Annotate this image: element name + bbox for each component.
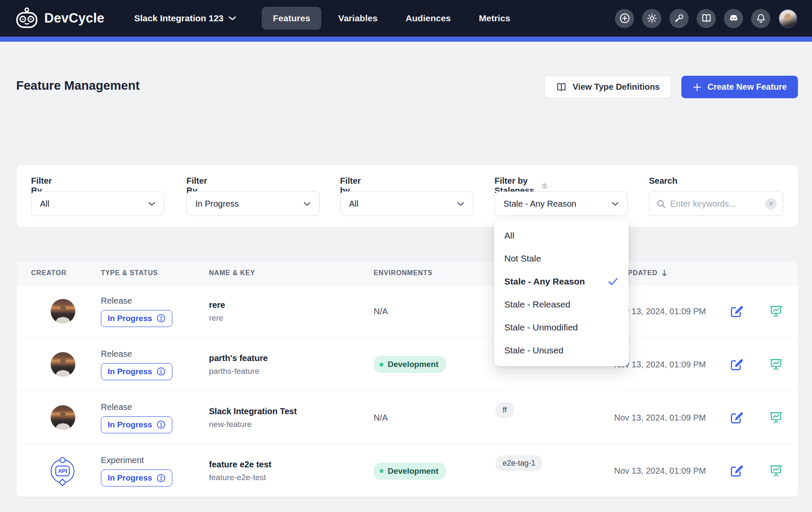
brand-name: DevCycle	[44, 11, 104, 26]
actions-cell	[724, 304, 798, 319]
feature-metrics-button[interactable]	[769, 464, 783, 478]
feature-name: feature e2e test	[209, 460, 374, 469]
edit-pencil-icon	[729, 410, 744, 425]
type-status-cell: Experiment In Progress	[101, 455, 209, 486]
staleness-option-stale-unused[interactable]: Stale - Unused	[494, 339, 629, 362]
divider	[12, 111, 800, 111]
creator-cell	[31, 405, 101, 430]
book-icon	[701, 13, 712, 24]
tab-variables[interactable]: Variables	[327, 7, 389, 30]
environments-cell: Development	[374, 356, 495, 373]
settings-button[interactable]	[642, 9, 661, 28]
environment-dot	[380, 469, 383, 473]
updated-cell: Nov 13, 2024, 01:09 PM	[614, 307, 724, 316]
search-label: Search	[649, 176, 678, 186]
type-status-cell: Release In Progress	[101, 349, 209, 380]
view-type-definitions-button[interactable]: View Type Definitions	[544, 76, 671, 98]
filter-creator-value: All	[40, 199, 49, 209]
top-navbar: DevCycle Slack Integration 123 Features …	[0, 0, 812, 37]
edit-feature-button[interactable]	[729, 304, 744, 319]
updated-value: Nov 13, 2024, 01:09 PM	[614, 413, 706, 422]
edit-feature-button[interactable]	[729, 464, 744, 478]
feature-name: rere	[209, 300, 374, 310]
devcycle-logo[interactable]: DevCycle	[14, 7, 104, 29]
edit-feature-button[interactable]	[729, 410, 744, 425]
status-badge: In Progress	[101, 469, 172, 486]
filter-type-select[interactable]: All	[340, 191, 473, 216]
create-new-feature-button[interactable]: Create New Feature	[681, 76, 798, 98]
feature-metrics-button[interactable]	[769, 410, 783, 425]
add-circle-button[interactable]	[615, 9, 634, 28]
feature-name: Slack Integration Test	[209, 407, 374, 416]
environment-value: N/A	[374, 413, 388, 422]
chevron-down-icon	[612, 202, 619, 206]
updated-cell: Nov 13, 2024, 01:09 PM	[614, 466, 724, 476]
staleness-option-stale-unmodified[interactable]: Stale - Unmodified	[494, 316, 629, 339]
search-input[interactable]	[670, 199, 761, 209]
feature-key: parths-feature	[209, 367, 374, 376]
chevron-down-icon	[457, 202, 464, 206]
chevron-down-icon	[303, 202, 311, 206]
tab-features[interactable]: Features	[262, 7, 321, 30]
feature-key: feature-e2e-test	[209, 473, 374, 482]
key-icon	[674, 13, 685, 24]
feature-type: Release	[101, 296, 209, 306]
staleness-dropdown-menu: All Not Stale Stale - Any Reason Stale -…	[494, 220, 629, 366]
search-box: ✕	[649, 191, 783, 216]
creator-avatar	[51, 405, 75, 430]
staleness-option-all[interactable]: All	[494, 224, 629, 247]
creator-avatar	[51, 299, 75, 324]
docs-button[interactable]	[697, 9, 716, 28]
table-row[interactable]: Release In Progress rere rere N/A Nov 13…	[17, 285, 798, 338]
filter-status-value: In Progress	[195, 199, 239, 209]
actions-cell	[724, 410, 798, 425]
table-row[interactable]: API Experiment In Progress feature e2e t…	[17, 444, 798, 497]
presentation-chart-icon	[769, 304, 783, 319]
feature-type: Release	[101, 402, 209, 412]
table-row[interactable]: Release In Progress parth's feature part…	[17, 338, 798, 391]
api-keys-button[interactable]	[669, 9, 689, 28]
header-updated[interactable]: UPDATED	[614, 269, 724, 277]
option-label: Not Stale	[504, 253, 541, 264]
tab-audiences[interactable]: Audiences	[395, 7, 462, 30]
discord-icon	[728, 12, 740, 24]
alert-circle-icon	[157, 420, 166, 429]
nav-actions	[615, 9, 798, 28]
features-table: CREATOR TYPE & STATUS NAME & KEY ENVIRON…	[16, 261, 798, 497]
name-key-cell: feature e2e test feature-e2e-test	[209, 460, 374, 482]
option-label: Stale - Any Reason	[504, 276, 585, 287]
option-label: Stale - Unmodified	[504, 322, 578, 333]
info-icon[interactable]	[542, 182, 547, 191]
discord-button[interactable]	[724, 9, 743, 28]
environment-value: N/A	[374, 307, 388, 316]
creator-cell	[31, 299, 101, 324]
table-row[interactable]: Release In Progress Slack Integration Te…	[17, 391, 798, 444]
header-environments: ENVIRONMENTS	[374, 269, 495, 277]
accent-stripe	[0, 37, 812, 42]
edit-feature-button[interactable]	[729, 357, 744, 372]
staleness-option-stale-any-reason[interactable]: Stale - Any Reason	[494, 270, 629, 293]
filter-staleness-select[interactable]: Stale - Any Reason	[495, 191, 628, 216]
plus-icon	[692, 82, 702, 92]
environment-value: Development	[388, 360, 438, 369]
bell-icon	[755, 13, 766, 24]
option-label: Stale - Released	[504, 299, 570, 310]
header-creator: CREATOR	[31, 269, 101, 277]
creator-cell	[31, 352, 101, 377]
notifications-button[interactable]	[751, 9, 770, 28]
header-type-status: TYPE & STATUS	[101, 269, 209, 277]
feature-metrics-button[interactable]	[769, 304, 783, 319]
feature-metrics-button[interactable]	[769, 357, 783, 372]
environment-badge: Development	[374, 356, 446, 373]
tab-metrics[interactable]: Metrics	[468, 7, 521, 30]
filter-status-select[interactable]: In Progress	[186, 191, 320, 216]
creator-avatar	[51, 352, 75, 377]
filter-bar: Filter By Creator All Filter By Status I…	[16, 165, 798, 228]
project-name: Slack Integration 123	[134, 13, 223, 23]
staleness-option-stale-released[interactable]: Stale - Released	[494, 293, 629, 316]
project-selector[interactable]: Slack Integration 123	[134, 13, 236, 23]
clear-search-button[interactable]: ✕	[765, 198, 777, 210]
filter-creator-select[interactable]: All	[31, 191, 164, 216]
user-avatar[interactable]	[778, 9, 798, 28]
staleness-option-not-stale[interactable]: Not Stale	[494, 247, 629, 270]
